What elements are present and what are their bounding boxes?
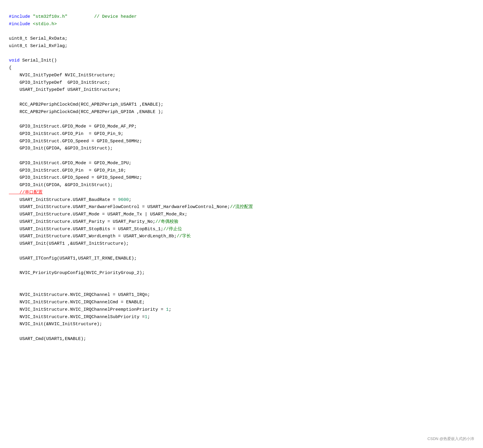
var-rxflag: uint8_t Serial_RxFlag;	[9, 43, 67, 49]
usart-parity: USART_InitStructure.USART_Parity = USART…	[9, 219, 178, 224]
func-decl: void Serial_Init()	[9, 58, 57, 63]
nvic-typedef: NVIC_InitTypeDef NVIC_InitStructure;	[9, 73, 115, 78]
nvic-prioritygroup: NVIC_PriorityGroupConfig(NVIC_PriorityGr…	[9, 270, 145, 275]
gpio-mode-afpp: GPIO_InitStruct.GPIO_Mode = GPIO_Mode_AF…	[9, 124, 137, 129]
gpio-init-rx: GPIO_Init(GPIOA, &GPIO_InitStruct);	[9, 183, 113, 188]
comment-serial-config: //串口配置	[9, 190, 43, 195]
brace-open: {	[9, 65, 12, 70]
nvic-init: NVIC_Init(&NVIC_InitStructure);	[9, 322, 102, 327]
gpio-init-tx: GPIO_Init(GPIOA, &GPIO_InitStruct);	[9, 146, 113, 151]
nvic-irqchannel: NVIC_InitStructure.NVIC_IRQChannel = USA…	[9, 292, 150, 297]
gpio-pin10: GPIO_InitStruct.GPIO_Pin = GPIO_Pin_10;	[9, 168, 126, 173]
include-stdio: #include <stdio.h>	[9, 22, 57, 27]
usart-wordlength: USART_InitStructure.USART_WordLength = U…	[9, 234, 191, 239]
gpio-mode-ipu: GPIO_InitStruct.GPIO_Mode = GPIO_Mode_IP…	[9, 161, 131, 166]
usart-stopbits: USART_InitStructure.USART_StopBits = USA…	[9, 227, 182, 232]
usart-cmd: USART_Cmd(USART1,ENABLE);	[9, 336, 86, 341]
nvic-irqchannelcmd: NVIC_InitStructure.NVIC_IRQChannelCmd = …	[9, 300, 145, 305]
gpio-speed-tx: GPIO_InitStruct.GPIO_Speed = GPIO_Speed_…	[9, 139, 142, 144]
usart-itconfig: USART_ITConfig(USART1,USART_IT_RXNE,ENAB…	[9, 256, 137, 261]
var-rxdata: uint8_t Serial_RxData;	[9, 36, 67, 41]
rcc-gpio-clock: RCC_APB2PeriphClockCmd(RCC_APB2Periph_GP…	[9, 109, 163, 115]
gpio-typedef: GPIO_InitTypeDef GPIO_InitStruct;	[9, 80, 110, 85]
gpio-speed-rx: GPIO_InitStruct.GPIO_Speed = GPIO_Speed_…	[9, 175, 142, 180]
usart-init: USART_Init(USART1 ,&USART_InitStructure)…	[9, 241, 129, 246]
watermark: CSDN @热爱嵌入式的小沛	[427, 436, 474, 442]
rcc-usart-clock: RCC_APB2PeriphClockCmd(RCC_APB2Periph_US…	[9, 102, 163, 107]
code-container: #include "stm32f10x.h" // Device header …	[9, 6, 474, 343]
usart-baudrate: USART_InitStructure.USART_BaudRate = 960…	[9, 197, 131, 202]
gpio-pin9: GPIO_InitStruct.GPIO_Pin = GPIO_Pin_9;	[9, 131, 123, 136]
usart-mode: USART_InitStructure.USART_Mode = USART_M…	[9, 212, 187, 217]
usart-flowcontrol: USART_InitStructure.USART_HardwareFlowCo…	[9, 204, 253, 210]
nvic-preemptionpriority: NVIC_InitStructure.NVIC_IRQChannelPreemp…	[9, 307, 171, 312]
nvic-subpriority: NVIC_InitStructure.NVIC_IRQChannelSubPri…	[9, 315, 150, 320]
usart-typedef: USART_InitTypeDef USART_InitStructure;	[9, 87, 121, 92]
include-stm32: #include "stm32f10x.h" // Device header	[9, 14, 137, 19]
